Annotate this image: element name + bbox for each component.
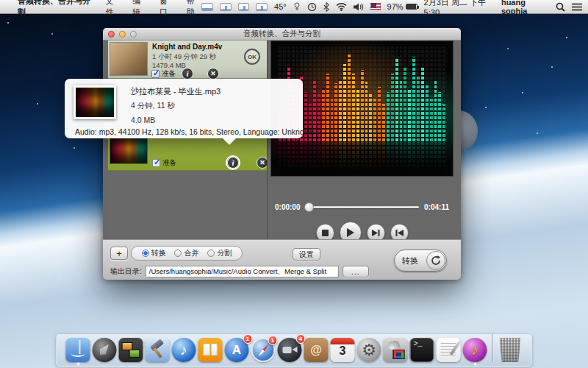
network-graph-widget[interactable]	[256, 3, 268, 11]
file-list[interactable]: Knight and Day.m4v 1 小时 49 分钟 29 秒 1479.…	[108, 40, 268, 239]
popover-duration: 4 分钟, 11 秒	[131, 101, 175, 111]
info-button[interactable]	[182, 68, 193, 79]
notification-center-icon[interactable]	[572, 3, 582, 11]
popover-thumbnail	[74, 85, 116, 119]
fan-sensor-icon[interactable]	[293, 2, 301, 11]
ready-label: 准备	[162, 69, 176, 79]
player-bar: 0:00:00 0:04:11	[270, 201, 453, 213]
dock-facetime-icon[interactable]: 4	[278, 338, 302, 362]
temperature-status[interactable]: 45°	[274, 2, 287, 11]
ready-checkbox-2[interactable]	[152, 159, 160, 167]
remove-file-button[interactable]	[207, 68, 219, 79]
cpu-graph-widget[interactable]	[201, 3, 213, 11]
radio-merge[interactable]	[174, 250, 182, 257]
dock-separator	[492, 334, 493, 362]
file-info-popover: 沙拉布莱曼 - 毕业生.mp3 4 分钟, 11 秒 4.0 MB Audio:…	[65, 79, 303, 138]
ready-checkbox[interactable]	[151, 70, 159, 78]
window-content: Knight and Day.m4v 1 小时 49 分钟 29 秒 1479.…	[103, 40, 461, 239]
seek-slider[interactable]	[305, 206, 419, 208]
info-button-2[interactable]	[227, 157, 239, 169]
time-machine-icon[interactable]	[307, 2, 317, 12]
menu-edit[interactable]: 编辑	[132, 0, 148, 18]
dock-app-store-icon[interactable]: 1	[225, 338, 249, 362]
minimize-window-button[interactable]	[119, 31, 126, 38]
video-thumbnail	[110, 42, 148, 76]
mode-merge-label: 合并	[184, 248, 198, 258]
bluetooth-icon[interactable]	[323, 2, 329, 12]
calendar-day: 3	[331, 344, 355, 358]
dock-trash-icon[interactable]	[498, 338, 523, 362]
app-window: 音频转换、合并与分割 Knight and Day.m4v 1 小时 49 分钟…	[103, 28, 461, 280]
menu-help[interactable]: 帮助	[187, 0, 202, 18]
popover-audio-info: Audio: mp3, 44100 Hz, 128 kb/s, 16 bits,…	[75, 127, 314, 136]
volume-icon[interactable]	[354, 3, 364, 11]
mode-convert-label: 转换	[151, 248, 166, 258]
spotlight-icon[interactable]	[556, 2, 565, 12]
dock-itunes-icon[interactable]	[172, 338, 196, 362]
elapsed-time: 0:00:00	[275, 203, 300, 211]
battery-percent: 97%	[387, 2, 404, 11]
dock-remote-desktop-icon[interactable]	[384, 338, 408, 362]
safari-badge: 1	[268, 336, 278, 345]
popover-size: 4.0 MB	[131, 116, 155, 124]
dock-contacts-icon[interactable]	[304, 338, 329, 362]
wifi-icon[interactable]	[336, 3, 347, 11]
seek-slider-knob[interactable]	[304, 202, 314, 212]
battery-status[interactable]: 97%	[387, 2, 417, 11]
facetime-badge: 4	[296, 334, 306, 344]
memory-graph-widget[interactable]	[220, 3, 232, 11]
zoom-window-button[interactable]	[130, 31, 137, 38]
menu-window[interactable]: 窗口	[159, 0, 175, 18]
running-indicator	[474, 363, 476, 365]
bottom-toolbar: + 转换 合并 分割 设置 转换	[103, 239, 461, 280]
ready-label-2: 准备	[162, 158, 176, 168]
mode-split[interactable]: 分割	[207, 248, 232, 258]
output-dir-label: 输出目录:	[110, 266, 142, 277]
mode-merge[interactable]: 合并	[174, 248, 198, 258]
menu-bar: 音频转换、合并与分割 文件 编辑 窗口 帮助 45° 97% 2月3日 周	[0, 0, 588, 14]
add-file-button[interactable]: +	[110, 247, 128, 260]
popover-file-name: 沙拉布莱曼 - 毕业生.mp3	[131, 86, 220, 97]
dock: 1 1 4 3	[57, 334, 532, 367]
input-source-us-flag-icon[interactable]	[370, 3, 381, 10]
settings-button[interactable]: 设置	[293, 248, 320, 261]
remove-file-button-2[interactable]	[257, 157, 268, 169]
mode-split-label: 分割	[217, 248, 232, 258]
equalizer-reflection	[279, 142, 445, 174]
dock-launchpad-icon[interactable]	[93, 338, 117, 362]
dock-audio-converter-icon[interactable]	[463, 338, 487, 362]
battery-icon	[406, 4, 417, 10]
dock-xcode-icon[interactable]	[146, 338, 170, 362]
menu-file[interactable]: 文件	[106, 0, 121, 18]
status-ok-badge: OK	[244, 49, 260, 65]
dock-safari-icon[interactable]: 1	[251, 338, 276, 362]
disk-graph-widget[interactable]	[238, 3, 250, 11]
window-title: 音频转换、合并与分割	[243, 29, 320, 39]
dock-system-preferences-icon[interactable]	[357, 338, 381, 362]
radio-convert[interactable]	[142, 250, 149, 257]
title-bar[interactable]: 音频转换、合并与分割	[103, 28, 461, 40]
stars	[7, 22, 9, 24]
clock[interactable]: 2月3日 周二 下午5:30	[424, 0, 495, 17]
file-row-knight-and-day[interactable]: Knight and Day.m4v 1 小时 49 分钟 29 秒 1479.…	[108, 40, 267, 79]
dock-terminal-icon[interactable]	[410, 338, 434, 362]
close-window-button[interactable]	[108, 31, 115, 38]
mode-convert[interactable]: 转换	[142, 248, 166, 258]
total-time: 0:04:11	[424, 203, 449, 211]
output-path-field[interactable]: /Users/huangsophia/Music/Audio Convert、M…	[146, 266, 339, 277]
convert-button-label: 转换	[402, 255, 418, 266]
dock-ibooks-icon[interactable]	[198, 338, 223, 362]
dock-photos-icon[interactable]	[119, 338, 143, 362]
app-store-badge: 1	[243, 334, 253, 344]
radio-split[interactable]	[207, 250, 215, 257]
dock-calendar-icon[interactable]: 3	[331, 338, 355, 362]
dock-finder-icon[interactable]	[66, 338, 90, 362]
app-menu[interactable]: 音频转换、合并与分割	[18, 0, 94, 18]
dock-textedit-icon[interactable]	[437, 338, 461, 362]
browse-button[interactable]: ...	[343, 266, 369, 277]
mode-selector: 转换 合并 分割	[131, 246, 243, 261]
file-name: Knight and Day.m4v	[152, 43, 222, 51]
user-menu[interactable]: huang sophia	[501, 0, 549, 15]
running-indicator	[77, 363, 79, 365]
